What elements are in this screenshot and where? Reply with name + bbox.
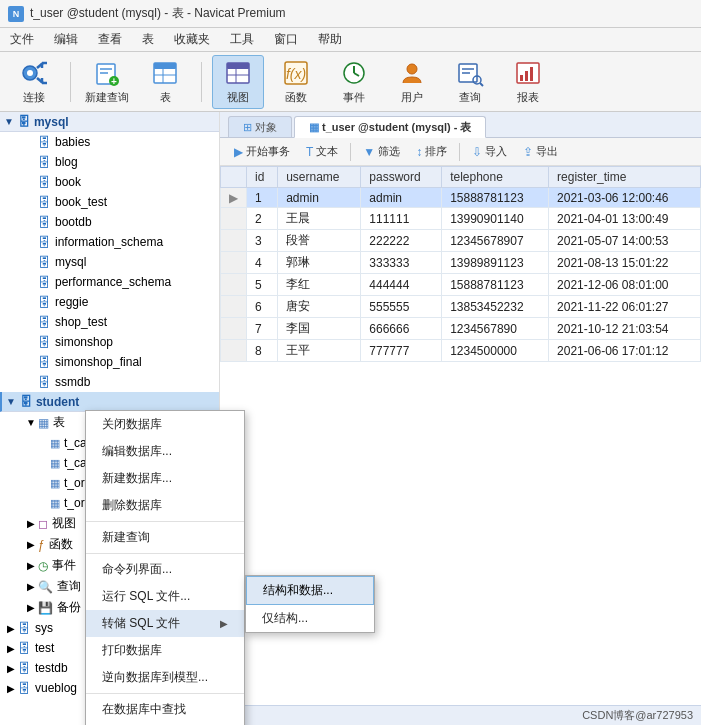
toolbar-separator — [201, 62, 202, 102]
import-label: 导入 — [485, 144, 507, 159]
ctx-item-print-db[interactable]: 打印数据库 — [86, 637, 244, 664]
ctx-item-find-in-db[interactable]: 在数据库中查找 — [86, 696, 244, 723]
expand-icon: ▶ — [24, 560, 38, 571]
context-menu[interactable]: 关闭数据库编辑数据库...新建数据库...删除数据库新建查询命令列界面...运行… — [85, 410, 245, 725]
expand-icon: ▶ — [24, 518, 38, 529]
ctx-label: 新建数据库... — [102, 470, 172, 487]
ctx-item-run-sql[interactable]: 运行 SQL 文件... — [86, 583, 244, 610]
status-bar: CSDN博客@ar727953 — [220, 705, 701, 725]
sidebar-item-simonshop[interactable]: 🗄simonshop — [0, 332, 219, 352]
ctx-item-delete-db[interactable]: 删除数据库 — [86, 492, 244, 519]
sub-ctx-item-structure-only[interactable]: 仅结构... — [246, 605, 374, 632]
table-icon: ▦ — [38, 416, 49, 430]
table-row[interactable]: ▶ 1 admin admin 15888781123 2021-03-06 1… — [221, 188, 701, 208]
table-row[interactable]: 6 唐安 555555 13853452232 2021-11-22 06:01… — [221, 296, 701, 318]
sidebar-item-bootdb[interactable]: 🗄bootdb — [0, 212, 219, 232]
ctx-label: 命令列界面... — [102, 561, 172, 578]
menu-item-查看[interactable]: 查看 — [88, 28, 132, 51]
sub-ctx-item-structure-data[interactable]: 结构和数据... — [246, 576, 374, 605]
table-row[interactable]: 5 李红 444444 15888781123 2021-12-06 08:01… — [221, 274, 701, 296]
export-icon: ⇪ — [523, 145, 533, 159]
table-toolbar-btn-text[interactable]: T文本 — [300, 142, 344, 161]
sort-label: 排序 — [425, 144, 447, 159]
sidebar-item-blog[interactable]: 🗄blog — [0, 152, 219, 172]
toolbar-btn-report[interactable]: 报表 — [502, 55, 554, 109]
ctx-item-close-db[interactable]: 关闭数据库 — [86, 411, 244, 438]
sidebar-label: shop_test — [55, 315, 107, 329]
ctx-item-edit-db[interactable]: 编辑数据库... — [86, 438, 244, 465]
sidebar-item-information-schema[interactable]: 🗄information_schema — [0, 232, 219, 252]
ctx-item-transfer-sql[interactable]: 转储 SQL 文件▶ — [86, 610, 244, 637]
sidebar-item-babies[interactable]: 🗄babies — [0, 132, 219, 152]
table-toolbar-btn-sort[interactable]: ↕排序 — [410, 142, 453, 161]
sidebar-item-performance-schema[interactable]: 🗄performance_schema — [0, 272, 219, 292]
tab-table-view[interactable]: ▦t_user @student (mysql) - 表 — [294, 116, 486, 138]
menu-item-文件[interactable]: 文件 — [0, 28, 44, 51]
tab-objects[interactable]: ⊞对象 — [228, 116, 292, 137]
toolbar-btn-new-query[interactable]: + 新建查询 — [81, 55, 133, 109]
menu-item-收藏夹[interactable]: 收藏夹 — [164, 28, 220, 51]
sidebar-item-ssmdb[interactable]: 🗄ssmdb — [0, 372, 219, 392]
row-marker — [221, 230, 247, 252]
table-toolbar-btn-import[interactable]: ⇩导入 — [466, 142, 513, 161]
sub-context-menu[interactable]: 结构和数据...仅结构... — [245, 575, 375, 633]
sidebar-group-mysql[interactable]: ▼🗄mysql — [0, 112, 219, 132]
menu-item-编辑[interactable]: 编辑 — [44, 28, 88, 51]
toolbar-btn-view[interactable]: 视图 — [212, 55, 264, 109]
menu-item-窗口[interactable]: 窗口 — [264, 28, 308, 51]
table-toolbar-btn-filter[interactable]: ▼筛选 — [357, 142, 406, 161]
cell-password: 777777 — [361, 340, 442, 362]
tab-label: t_user @student (mysql) - 表 — [322, 121, 471, 133]
col-username: username — [278, 167, 361, 188]
table-toolbar-separator — [459, 143, 460, 161]
table-row[interactable]: 7 李国 666666 1234567890 2021-10-12 21:03:… — [221, 318, 701, 340]
menu-item-工具[interactable]: 工具 — [220, 28, 264, 51]
cell-username: 王平 — [278, 340, 361, 362]
sidebar-label: performance_schema — [55, 275, 171, 289]
text-icon: T — [306, 145, 313, 159]
cell-telephone: 13853452232 — [442, 296, 549, 318]
table-row[interactable]: 4 郭琳 333333 13989891123 2021-08-13 15:01… — [221, 252, 701, 274]
table-toolbar: ▶开始事务T文本▼筛选↕排序⇩导入⇪导出 — [220, 138, 701, 166]
sidebar-item-book-test[interactable]: 🗄book_test — [0, 192, 219, 212]
cat-icon: 💾 — [38, 601, 53, 615]
cell-id: 1 — [247, 188, 278, 208]
db-icon: 🗄 — [38, 215, 51, 230]
row-marker — [221, 274, 247, 296]
table-row[interactable]: 3 段誉 222222 12345678907 2021-05-07 14:00… — [221, 230, 701, 252]
sidebar-item-reggie[interactable]: 🗄reggie — [0, 292, 219, 312]
col-register-time: register_time — [549, 167, 701, 188]
row-marker — [221, 252, 247, 274]
data-grid: id username password telephone register_… — [220, 166, 701, 362]
sidebar-item-book[interactable]: 🗄book — [0, 172, 219, 192]
table-toolbar-btn-begin-tx[interactable]: ▶开始事务 — [228, 142, 296, 161]
ctx-item-new-db[interactable]: 新建数据库... — [86, 465, 244, 492]
svg-rect-18 — [227, 63, 249, 69]
toolbar-btn-event[interactable]: 事件 — [328, 55, 380, 109]
svg-rect-14 — [154, 63, 176, 69]
sidebar-item-mysql[interactable]: 🗄mysql — [0, 252, 219, 272]
table-row[interactable]: 8 王平 777777 1234500000 2021-06-06 17:01:… — [221, 340, 701, 362]
sidebar-item-shop-test[interactable]: 🗄shop_test — [0, 312, 219, 332]
table-toolbar-btn-export[interactable]: ⇪导出 — [517, 142, 564, 161]
ctx-item-reverse-model[interactable]: 逆向数据库到模型... — [86, 664, 244, 691]
table-row[interactable]: 2 王晨 111111 13990901140 2021-04-01 13:00… — [221, 208, 701, 230]
menu-item-表[interactable]: 表 — [132, 28, 164, 51]
menu-item-帮助[interactable]: 帮助 — [308, 28, 352, 51]
toolbar-btn-query[interactable]: 查询 — [444, 55, 496, 109]
ctx-separator — [86, 553, 244, 554]
cell-register-time: 2021-08-13 15:01:22 — [549, 252, 701, 274]
toolbar-btn-user[interactable]: 用户 — [386, 55, 438, 109]
new-query-icon: + — [93, 59, 121, 87]
toolbar-btn-table[interactable]: 表 — [139, 55, 191, 109]
toolbar-btn-connect[interactable]: 连接 — [8, 55, 60, 109]
db-icon: 🗄 — [38, 155, 51, 170]
toolbar-btn-function[interactable]: f(x) 函数 — [270, 55, 322, 109]
cell-password: 222222 — [361, 230, 442, 252]
ctx-item-command-line[interactable]: 命令列界面... — [86, 556, 244, 583]
cell-id: 8 — [247, 340, 278, 362]
sidebar-group-student[interactable]: ▼🗄student — [0, 392, 219, 412]
sidebar-item-simonshop-final[interactable]: 🗄simonshop_final — [0, 352, 219, 372]
view-label: 视图 — [227, 90, 249, 105]
ctx-item-new-query[interactable]: 新建查询 — [86, 524, 244, 551]
